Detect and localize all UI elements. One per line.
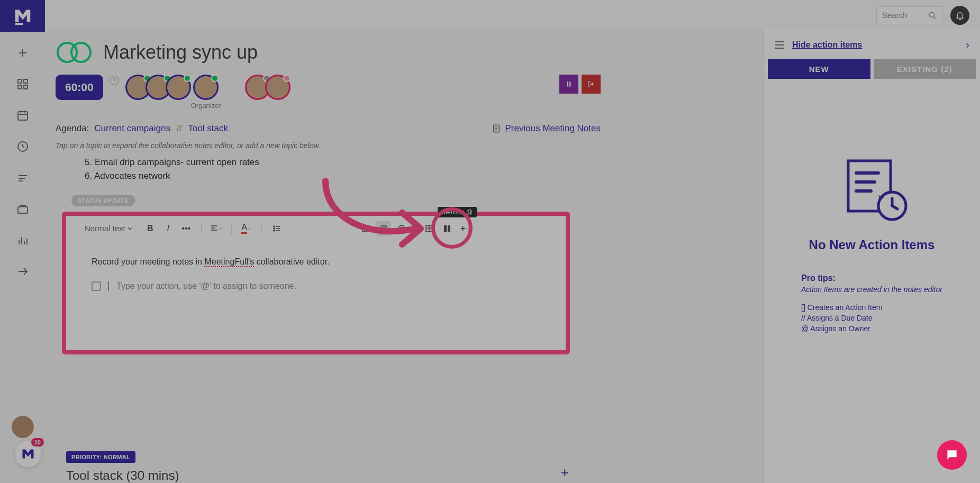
action-items-panel: Hide action items › NEW EXISTING (2) No …	[763, 30, 980, 483]
hint-text: Tap on a topic to expand the collaborati…	[56, 138, 601, 153]
svg-rect-6	[18, 207, 28, 213]
svg-point-19	[402, 227, 403, 227]
archive-icon[interactable]	[16, 203, 29, 215]
clock-icon[interactable]	[16, 140, 29, 153]
svg-rect-22	[448, 225, 450, 232]
calendar-icon[interactable]	[16, 109, 29, 122]
top-bar: Search	[45, 0, 980, 30]
organizer-avatar[interactable]	[193, 75, 219, 100]
pause-button[interactable]	[559, 75, 578, 94]
svg-point-7	[929, 12, 934, 17]
align-button[interactable]	[209, 221, 224, 236]
agenda-item[interactable]: Current campaigns	[94, 123, 170, 134]
chart-icon[interactable]	[16, 234, 29, 247]
help-icon[interactable]: ?	[110, 76, 119, 85]
notes-icon	[492, 123, 501, 134]
emoji-button[interactable]	[394, 221, 409, 236]
svg-rect-11	[569, 81, 570, 86]
agenda-item[interactable]: Tool stack	[188, 123, 228, 134]
badge-count: 10	[31, 438, 44, 446]
tab-existing[interactable]: EXISTING (2)	[874, 59, 976, 79]
add-icon[interactable]	[16, 47, 29, 59]
agenda-label: Agenda:	[56, 123, 89, 134]
main-content: Marketing sync up 60:00 ? Organizer Agen…	[56, 30, 601, 483]
svg-rect-10	[567, 81, 568, 86]
add-topic-button[interactable]: +	[561, 464, 569, 481]
svg-rect-2	[18, 85, 22, 89]
mention-button[interactable]: @	[376, 221, 391, 236]
editor-content[interactable]: Record your meeting notes in MeetingFull…	[66, 241, 566, 307]
svg-point-13	[274, 226, 275, 227]
tab-new[interactable]: NEW	[768, 59, 870, 79]
action-placeholder: Type your action, use '@' to assign to s…	[116, 281, 296, 291]
topic-item: 6. Advocates network	[85, 169, 601, 183]
left-sidebar: 10	[0, 0, 45, 483]
svg-point-14	[274, 228, 275, 229]
page-title: Marketing sync up	[103, 41, 258, 63]
pro-tips-subtitle: Action Items are created in the notes ed…	[801, 285, 942, 294]
empty-state-title: No New Action Items	[809, 238, 935, 252]
chevron-right-icon[interactable]: ›	[966, 39, 969, 51]
chat-icon	[945, 448, 959, 462]
exit-icon	[587, 80, 595, 88]
tip-item: // Assigns a Due Date	[801, 314, 942, 322]
search-icon	[928, 11, 937, 20]
svg-point-18	[400, 227, 401, 227]
table-button[interactable]	[422, 221, 437, 236]
app-logo[interactable]	[0, 0, 45, 32]
svg-rect-0	[18, 79, 22, 83]
bold-button[interactable]: B	[143, 221, 158, 236]
hide-action-items-link[interactable]: Hide action items	[792, 40, 862, 50]
section-title: Tool stack (30 mins)	[66, 468, 574, 483]
priority-badge: PRIORITY: NORMAL	[66, 451, 135, 463]
italic-button[interactable]: I	[161, 221, 176, 236]
action-checkbox[interactable]	[92, 281, 101, 291]
notifications-button[interactable]	[950, 6, 969, 25]
svg-rect-3	[24, 85, 28, 89]
text-style-select[interactable]: Normal text	[85, 224, 133, 233]
arrow-right-icon[interactable]	[16, 265, 29, 278]
more-button[interactable]: •••	[179, 221, 194, 236]
meeting-timer[interactable]: 60:00	[56, 75, 103, 100]
svg-point-15	[274, 230, 275, 231]
search-input[interactable]: Search	[876, 6, 942, 24]
insert-button[interactable]: +	[458, 221, 473, 236]
pause-icon	[565, 80, 573, 88]
svg-rect-4	[18, 112, 28, 120]
svg-point-17	[398, 225, 405, 232]
notes-editor: Normal text B I ••• A @	[62, 212, 570, 354]
topic-item: 5. Email drip campaigns- current open ra…	[85, 156, 601, 169]
tip-item: [] Creates an Action Item	[801, 303, 942, 312]
chat-button[interactable]	[937, 440, 967, 470]
status-tag: STATUS UPDATE	[71, 195, 135, 206]
action-item-button[interactable]	[358, 221, 373, 236]
grid-icon[interactable]	[16, 78, 29, 90]
attendee-avatar[interactable]	[166, 75, 191, 100]
help-badge[interactable]: 10	[15, 441, 41, 467]
notes-icon[interactable]	[16, 171, 29, 184]
svg-rect-1	[24, 79, 28, 83]
menu-icon[interactable]	[774, 41, 785, 49]
svg-point-9	[71, 43, 90, 62]
search-placeholder: Search	[882, 11, 928, 20]
text-color-button[interactable]: A	[239, 221, 254, 236]
tool-stack-section[interactable]: PRIORITY: NORMAL Tool stack (30 mins) +	[66, 451, 574, 483]
columns-button[interactable]	[440, 221, 455, 236]
exit-button[interactable]	[582, 75, 601, 94]
mention-tooltip: Mention @	[438, 207, 477, 217]
editor-toolbar: Normal text B I ••• A @	[66, 216, 566, 241]
svg-rect-21	[444, 225, 447, 232]
bullet-list-button[interactable]	[269, 221, 284, 236]
bell-icon	[955, 11, 965, 20]
tip-item: @ Assigns an Owner	[801, 324, 942, 333]
pro-tips-title: Pro tips:	[801, 274, 942, 283]
previous-notes-link[interactable]: Previous Meeting Notes	[492, 123, 601, 134]
recurring-icon	[56, 40, 93, 65]
svg-rect-16	[362, 225, 369, 232]
empty-state-icon	[835, 153, 909, 227]
user-avatar[interactable]	[12, 416, 34, 438]
attendee-avatar[interactable]	[265, 75, 291, 100]
organizer-label: Organizer	[191, 102, 221, 110]
